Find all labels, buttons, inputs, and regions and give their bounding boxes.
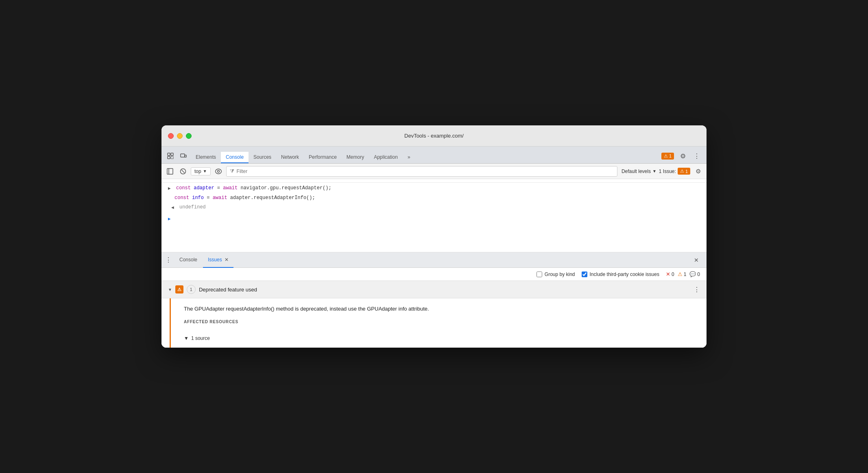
console-toolbar: top ▼ ⧩ Default levels ▼ 1 Issue: ⚠ 1 ⚙ bbox=[161, 164, 707, 179]
eye-icon[interactable] bbox=[213, 166, 224, 177]
tab-network[interactable]: Network bbox=[276, 152, 304, 163]
info-count-badge: 💬 0 bbox=[689, 271, 700, 277]
tab-console[interactable]: Console bbox=[221, 152, 249, 163]
issues-count-display: 1 Issue: ⚠ 1 bbox=[659, 168, 690, 175]
filter-icon: ⧩ bbox=[230, 168, 234, 175]
issue-group-header[interactable]: ▼ ⚠ 1 Deprecated feature used ⋮ bbox=[161, 281, 707, 298]
svg-rect-5 bbox=[185, 155, 186, 157]
error-icon: ✕ bbox=[666, 271, 670, 277]
sidebar-toggle-icon[interactable] bbox=[165, 166, 175, 177]
tab-elements[interactable]: Elements bbox=[191, 152, 221, 163]
code-line2: const info = await adapter.requestAdapte… bbox=[174, 194, 315, 202]
inspector-icon[interactable] bbox=[165, 150, 176, 162]
info-icon: 💬 bbox=[689, 271, 696, 277]
svg-rect-4 bbox=[181, 154, 185, 157]
filter-input[interactable] bbox=[237, 169, 614, 174]
close-button[interactable] bbox=[168, 133, 174, 139]
svg-rect-1 bbox=[168, 156, 170, 159]
panel-close-icon[interactable]: ✕ bbox=[691, 255, 702, 265]
console-return-line: ◀ undefined bbox=[161, 203, 707, 212]
svg-rect-2 bbox=[171, 153, 173, 155]
bottom-panel-tabs: ⋮ Console Issues ✕ ✕ bbox=[161, 252, 707, 268]
filter-bar: ⧩ bbox=[226, 166, 617, 177]
svg-point-10 bbox=[217, 170, 219, 172]
issue-detail: The GPUAdapter requestAdapterInfo() meth… bbox=[170, 298, 707, 348]
close-issues-tab-icon[interactable]: ✕ bbox=[225, 257, 229, 263]
svg-line-9 bbox=[182, 170, 185, 173]
chevron-down-icon: ▼ bbox=[168, 287, 172, 292]
tab-console-panel[interactable]: Console bbox=[174, 252, 202, 268]
issue-warning-badge: ⚠ bbox=[175, 285, 183, 293]
third-party-checkbox[interactable] bbox=[582, 272, 587, 277]
error-count-badge: ✕ 0 bbox=[666, 271, 674, 277]
chevron-down-icon: ▼ bbox=[652, 169, 656, 173]
tab-icon-group bbox=[163, 150, 191, 163]
clear-console-icon[interactable] bbox=[178, 166, 188, 177]
issue-group-title: Deprecated feature used bbox=[199, 287, 257, 293]
panel-more-icon[interactable]: ⋮ bbox=[163, 255, 174, 265]
issue-count-circle: 1 bbox=[187, 285, 196, 294]
return-arrow-icon: ◀ bbox=[171, 204, 176, 212]
devtools-tab-bar: Elements Console Sources Network Perform… bbox=[161, 147, 707, 164]
tab-more[interactable]: » bbox=[403, 152, 415, 163]
tab-performance[interactable]: Performance bbox=[304, 152, 342, 163]
issue-group-more-icon[interactable]: ⋮ bbox=[694, 286, 700, 293]
window-title: DevTools - example.com/ bbox=[404, 133, 464, 139]
console-input-line2: const info = await adapter.requestAdapte… bbox=[161, 193, 707, 203]
devtools-tabs-actions: ⚠ 1 ⚙ ⋮ bbox=[658, 150, 705, 163]
issue-group-deprecated: ▼ ⚠ 1 Deprecated feature used ⋮ The GPUA… bbox=[161, 281, 707, 348]
default-levels-selector[interactable]: Default levels ▼ bbox=[622, 169, 656, 174]
group-by-kind-checkbox[interactable] bbox=[537, 272, 542, 277]
console-prompt-line[interactable]: ▶ bbox=[161, 214, 707, 224]
bottom-panel: ⋮ Console Issues ✕ ✕ Group by kind Inclu… bbox=[161, 252, 707, 348]
context-selector[interactable]: top ▼ bbox=[191, 167, 211, 175]
tab-application[interactable]: Application bbox=[369, 152, 403, 163]
devtools-window: DevTools - example.com/ Elements bbox=[161, 125, 707, 348]
affected-resources-label: AFFECTED RESOURCES bbox=[184, 320, 697, 324]
warning-count-icon: ⚠ bbox=[678, 271, 683, 277]
tab-issues-panel[interactable]: Issues ✕ bbox=[203, 252, 233, 268]
issue-description: The GPUAdapter requestAdapterInfo() meth… bbox=[184, 305, 697, 313]
console-input-line: ▶ const adapter = await navigator.gpu.re… bbox=[161, 182, 707, 193]
svg-rect-3 bbox=[171, 156, 173, 159]
more-options-icon[interactable]: ⋮ bbox=[692, 150, 702, 162]
warning-icon-small: ⚠ bbox=[680, 169, 684, 174]
group-by-kind-checkbox-label[interactable]: Group by kind bbox=[537, 272, 575, 277]
console-output: ▶ const adapter = await navigator.gpu.re… bbox=[161, 179, 707, 252]
issues-warning-badge[interactable]: ⚠ 1 bbox=[678, 168, 690, 175]
source-toggle[interactable]: ▼ 1 source bbox=[184, 335, 697, 341]
chevron-down-icon: ▼ bbox=[203, 169, 207, 173]
warning-count-badge: ⚠ 1 bbox=[678, 271, 687, 277]
issues-counts-display: ✕ 0 ⚠ 1 💬 0 bbox=[666, 271, 700, 277]
chevron-down-small-icon: ▼ bbox=[184, 335, 189, 341]
warning-badge[interactable]: ⚠ 1 bbox=[661, 153, 674, 160]
code-line1: const adapter = await navigator.gpu.requ… bbox=[176, 184, 331, 192]
console-settings-icon[interactable]: ⚙ bbox=[693, 166, 703, 177]
warning-icon: ⚠ bbox=[664, 153, 668, 159]
prompt-icon: ▶ bbox=[168, 216, 173, 223]
responsive-icon[interactable] bbox=[178, 150, 189, 162]
expand-icon[interactable]: ▶ bbox=[168, 185, 173, 193]
third-party-checkbox-label[interactable]: Include third-party cookie issues bbox=[582, 272, 659, 277]
traffic-lights bbox=[168, 133, 192, 139]
svg-rect-0 bbox=[168, 153, 170, 155]
minimize-button[interactable] bbox=[177, 133, 183, 139]
issues-filter-toolbar: Group by kind Include third-party cookie… bbox=[161, 268, 707, 281]
maximize-button[interactable] bbox=[186, 133, 192, 139]
tab-memory[interactable]: Memory bbox=[342, 152, 369, 163]
settings-gear-icon[interactable]: ⚙ bbox=[677, 150, 689, 162]
svg-rect-6 bbox=[167, 169, 173, 174]
tab-sources[interactable]: Sources bbox=[249, 152, 276, 163]
title-bar: DevTools - example.com/ bbox=[161, 125, 707, 147]
